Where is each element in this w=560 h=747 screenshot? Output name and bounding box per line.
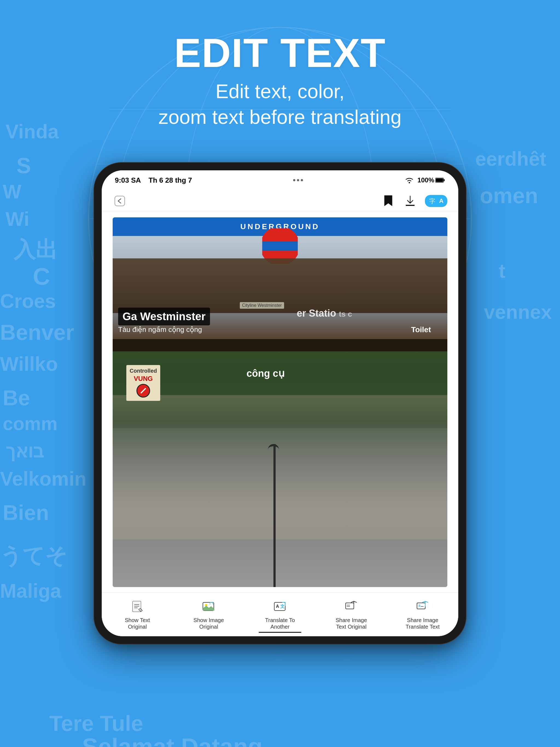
- title-section: EDIT TEXT Edit text, color, zoom text be…: [159, 33, 401, 130]
- battery-indicator: 100%: [417, 176, 445, 184]
- svg-line-18: [141, 388, 146, 393]
- tab-show-image-original-label: Show Image Original: [189, 617, 228, 630]
- svg-rect-17: [262, 241, 298, 251]
- toolbar-right: 字 A: [381, 194, 447, 208]
- share-image-translate-text-icon: 文: [415, 599, 430, 615]
- tab-show-text-original-label: Show Text Original: [118, 617, 156, 630]
- share-image-text-original-icon: [344, 599, 359, 615]
- lamppost: [274, 444, 276, 587]
- people-area: [113, 428, 447, 587]
- download-icon: [405, 195, 416, 207]
- share-translate-icon: 文: [416, 600, 430, 614]
- tab-share-image-translate-text-label: Share Image Translate Text: [404, 617, 442, 630]
- status-dot-3: [301, 179, 303, 181]
- device-frame: 9:03 SA Th 6 28 thg 7: [94, 163, 466, 644]
- image-icon: [202, 600, 215, 614]
- bookmark-icon: [383, 195, 393, 207]
- svg-text:A: A: [276, 604, 279, 609]
- svg-rect-11: [436, 179, 443, 182]
- subway-translation: Tàu điện ngầm cộng cộng: [118, 325, 202, 334]
- bookmark-button[interactable]: [381, 194, 396, 208]
- svg-text:文: 文: [418, 604, 421, 607]
- tab-show-image-original[interactable]: Show Image Original: [173, 597, 245, 633]
- svg-text:字: 字: [429, 198, 435, 205]
- show-text-original-icon: [130, 599, 145, 615]
- sign-label: Cityline Westminster: [240, 302, 284, 309]
- status-dot-2: [297, 179, 299, 181]
- road: [113, 539, 447, 587]
- share-image-text-icon: [345, 600, 358, 614]
- device-screen: 9:03 SA Th 6 28 thg 7: [102, 170, 458, 636]
- svg-rect-12: [115, 196, 125, 206]
- vung-sign: Controlled VUNG: [126, 365, 160, 401]
- show-image-original-icon: [201, 599, 216, 615]
- status-time: 9:03 SA Th 6 28 thg 7: [115, 176, 192, 185]
- translate-badge[interactable]: 字 A: [425, 195, 447, 207]
- status-dot-1: [293, 179, 295, 181]
- westminster-translation: Ga Westminster: [118, 308, 210, 325]
- tab-share-image-text-original-label: Share Image Text Original: [332, 617, 371, 630]
- toolbar-left: [113, 194, 127, 208]
- battery-icon: [435, 177, 445, 183]
- main-image-area: UNDERGROUND Cityline Westminster: [113, 217, 447, 587]
- translate-tab-icon: A 文: [273, 600, 287, 614]
- status-right: 100%: [404, 176, 445, 184]
- tab-share-image-translate-text[interactable]: 文 Share Image Translate Text: [387, 597, 458, 633]
- download-button[interactable]: [403, 194, 417, 208]
- status-center-dots: [293, 179, 303, 181]
- bottom-tabbar: Show Text Original Show Image Original: [102, 593, 458, 636]
- no-sign-icon: [139, 387, 147, 395]
- status-bar: 9:03 SA Th 6 28 thg 7: [102, 170, 458, 190]
- tab-show-text-original[interactable]: Show Text Original: [102, 597, 173, 633]
- document-icon: [130, 600, 144, 614]
- page-subtitle: Edit text, color, zoom text before trans…: [159, 79, 401, 130]
- page-title: EDIT TEXT: [159, 33, 401, 73]
- station-partial: er Statio ts c: [297, 308, 352, 319]
- svg-rect-29: [346, 603, 354, 609]
- toilet-translation: Toilet: [411, 325, 431, 334]
- main-content: EDIT TEXT Edit text, color, zoom text be…: [0, 0, 560, 747]
- translate-to-another-icon: A 文: [272, 599, 288, 615]
- svg-point-8: [408, 182, 410, 183]
- svg-rect-20: [133, 601, 141, 612]
- svg-text:文: 文: [280, 604, 285, 609]
- divider-bar: [113, 339, 447, 353]
- tab-share-image-text-original[interactable]: Share Image Text Original: [315, 597, 387, 633]
- back-button[interactable]: [113, 194, 127, 208]
- wifi-icon: [404, 176, 414, 184]
- cong-cu-translation: công cụ: [247, 368, 285, 379]
- svg-rect-10: [443, 179, 444, 181]
- tab-translate-to-another[interactable]: A 文 Translate To Another: [245, 597, 316, 633]
- translate-badge-icon: 字: [429, 197, 437, 205]
- tab-translate-to-another-label: Translate To Another: [261, 617, 299, 630]
- back-icon: [114, 195, 126, 207]
- top-toolbar: 字 A: [102, 190, 458, 212]
